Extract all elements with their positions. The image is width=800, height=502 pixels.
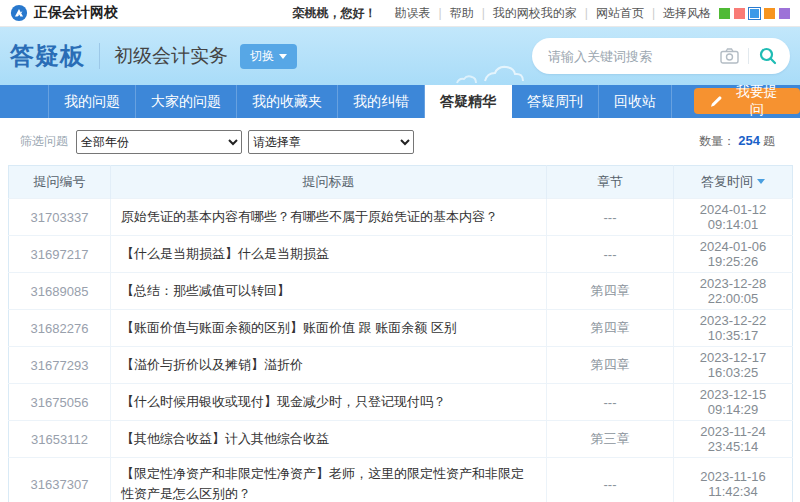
question-chapter: ---: [547, 384, 674, 421]
reply-time: 2023-12-17 16:03:25: [674, 347, 793, 384]
pencil-icon: [710, 95, 723, 108]
camera-icon[interactable]: [720, 48, 739, 64]
chapter-select[interactable]: 请选择章: [248, 130, 414, 154]
page-title: 答疑板: [10, 40, 85, 72]
link-choose-style[interactable]: 选择风格: [663, 5, 711, 22]
ask-question-button[interactable]: 我要提问: [694, 88, 800, 114]
top-bar: 正保会计网校 栾桃桃，您好！ 勘误表 | 帮助 | 我的网校我的家 | 网站首页…: [0, 0, 800, 27]
question-chapter: ---: [547, 236, 674, 273]
link-homepage[interactable]: 网站首页: [596, 5, 644, 22]
search-divider: [748, 48, 749, 64]
cloud-decoration: [455, 61, 545, 85]
course-title: 初级会计实务: [114, 43, 228, 69]
sort-desc-icon: [757, 179, 765, 184]
tab-everyones-questions[interactable]: 大家的问题: [136, 85, 237, 118]
header-question-title: 提问标题: [111, 166, 547, 199]
question-title-link[interactable]: 原始凭证的基本内容有哪些？有哪些不属于原始凭证的基本内容？: [111, 199, 547, 236]
reply-time: 2024-01-06 19:25:26: [674, 236, 793, 273]
question-chapter: 第三章: [547, 421, 674, 458]
header-banner: 答疑板 初级会计实务 切换: [0, 27, 800, 85]
style-swatch-green[interactable]: [719, 8, 730, 19]
question-id: 31689085: [9, 273, 111, 310]
table-row: 31697217 【什么是当期损益】什么是当期损益 --- 2024-01-06…: [9, 236, 793, 273]
question-title-link[interactable]: 【限定性净资产和非限定性净资产】老师，这里的限定性资产和非限定性资产是怎么区别的…: [111, 458, 547, 502]
question-count: 数量： 254 题: [699, 133, 775, 150]
style-swatch-orange[interactable]: [764, 8, 775, 19]
question-id: 31653112: [9, 421, 111, 458]
question-chapter: ---: [547, 458, 674, 502]
table-header-row: 提问编号 提问标题 章节 答复时间: [9, 166, 793, 199]
count-unit: 题: [763, 133, 775, 150]
search-icon[interactable]: [758, 46, 778, 66]
question-chapter: 第四章: [547, 273, 674, 310]
tab-recycle-bin[interactable]: 回收站: [599, 85, 672, 118]
question-title-link[interactable]: 【什么是当期损益】什么是当期损益: [111, 236, 547, 273]
header-question-id: 提问编号: [9, 166, 111, 199]
style-swatch-purple[interactable]: [779, 8, 790, 19]
link-errata[interactable]: 勘误表: [395, 5, 431, 22]
question-title-link[interactable]: 【账面价值与账面余额的区别】账面价值 跟 账面余额 区别: [111, 310, 547, 347]
reply-time: 2023-11-24 23:45:14: [674, 421, 793, 458]
question-chapter: ---: [547, 199, 674, 236]
count-value: 254: [738, 133, 760, 148]
link-help[interactable]: 帮助: [450, 5, 474, 22]
search-bar: [532, 38, 790, 74]
link-separator: |: [482, 6, 485, 20]
table-row: 31677293 【溢价与折价以及摊销】溢折价 第四章 2023-12-17 1…: [9, 347, 793, 384]
question-id: 31637307: [9, 458, 111, 502]
question-id: 31677293: [9, 347, 111, 384]
site-logo[interactable]: 正保会计网校: [10, 4, 118, 22]
count-label: 数量：: [699, 133, 735, 150]
style-swatch-pink[interactable]: [734, 8, 745, 19]
question-id: 31697217: [9, 236, 111, 273]
question-chapter: 第四章: [547, 347, 674, 384]
table-row: 31675056 【什么时候用银收或现付】现金减少时，只登记现付吗？ --- 2…: [9, 384, 793, 421]
tab-qa-highlights[interactable]: 答疑精华: [425, 85, 512, 118]
reply-time: 2023-12-22 10:35:17: [674, 310, 793, 347]
style-swatch-blue[interactable]: [749, 8, 760, 19]
question-title-link[interactable]: 【其他综合收益】计入其他综合收益: [111, 421, 547, 458]
brand-name: 正保会计网校: [34, 4, 118, 22]
question-table: 提问编号 提问标题 章节 答复时间 31703337 原始凭证的基本内容有哪些？…: [8, 165, 793, 502]
question-title-link[interactable]: 【总结：那些减值可以转回】: [111, 273, 547, 310]
question-id: 31703337: [9, 199, 111, 236]
question-id: 31682276: [9, 310, 111, 347]
switch-label: 切换: [250, 48, 274, 65]
reply-time: 2024-01-12 09:14:01: [674, 199, 793, 236]
link-separator: |: [585, 6, 588, 20]
question-id: 31675056: [9, 384, 111, 421]
title-divider: [99, 43, 100, 69]
table-row: 31653112 【其他综合收益】计入其他综合收益 第三章 2023-11-24…: [9, 421, 793, 458]
table-row: 31637307 【限定性净资产和非限定性净资产】老师，这里的限定性资产和非限定…: [9, 458, 793, 502]
ask-question-label: 我要提问: [730, 83, 784, 119]
top-links: 栾桃桃，您好！ 勘误表 | 帮助 | 我的网校我的家 | 网站首页 | 选择风格: [293, 5, 791, 22]
tab-qa-weekly[interactable]: 答疑周刊: [512, 85, 599, 118]
tab-my-questions[interactable]: 我的问题: [48, 85, 136, 118]
chevron-down-icon: [279, 54, 287, 59]
reply-time: 2023-12-28 22:00:05: [674, 273, 793, 310]
reply-time: 2023-12-15 09:14:29: [674, 384, 793, 421]
link-separator: |: [652, 6, 655, 20]
brand-logo-icon: [10, 4, 28, 22]
filter-label: 筛选问题: [20, 133, 68, 150]
question-chapter: 第四章: [547, 310, 674, 347]
table-row: 31689085 【总结：那些减值可以转回】 第四章 2023-12-28 22…: [9, 273, 793, 310]
switch-course-button[interactable]: 切换: [240, 44, 297, 69]
style-swatches: [719, 8, 790, 19]
question-title-link[interactable]: 【什么时候用银收或现付】现金减少时，只登记现付吗？: [111, 384, 547, 421]
tab-my-favorites[interactable]: 我的收藏夹: [237, 85, 338, 118]
link-separator: |: [439, 6, 442, 20]
main-nav: 我的问题 大家的问题 我的收藏夹 我的纠错 答疑精华 答疑周刊 回收站 我要提问: [0, 85, 800, 118]
table-row: 31703337 原始凭证的基本内容有哪些？有哪些不属于原始凭证的基本内容？ -…: [9, 199, 793, 236]
link-my-school[interactable]: 我的网校我的家: [493, 5, 577, 22]
reply-time: 2023-11-16 11:42:34: [674, 458, 793, 502]
header-reply-time[interactable]: 答复时间: [674, 166, 793, 199]
table-row: 31682276 【账面价值与账面余额的区别】账面价值 跟 账面余额 区别 第四…: [9, 310, 793, 347]
search-input[interactable]: [548, 49, 720, 64]
header-chapter: 章节: [547, 166, 674, 199]
tab-my-corrections[interactable]: 我的纠错: [338, 85, 425, 118]
filter-bar: 筛选问题 全部年份 请选择章 数量： 254 题: [0, 118, 800, 165]
user-greeting: 栾桃桃，您好！: [293, 5, 377, 22]
year-select[interactable]: 全部年份: [76, 130, 242, 154]
question-title-link[interactable]: 【溢价与折价以及摊销】溢折价: [111, 347, 547, 384]
